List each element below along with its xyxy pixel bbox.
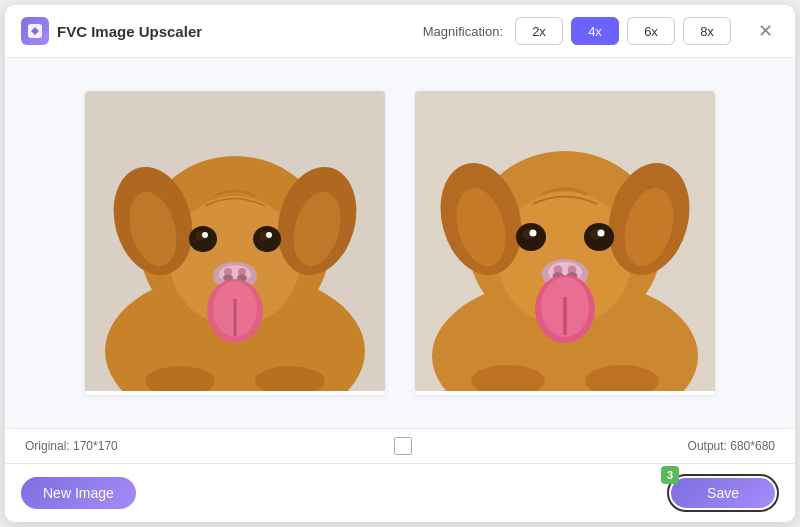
app-logo-icon <box>21 17 49 45</box>
footer: New Image 3 Save <box>5 463 795 522</box>
output-image <box>415 91 715 391</box>
content-area <box>5 58 795 428</box>
center-box-icon <box>394 437 412 455</box>
app-title: FVC Image Upscaler <box>57 23 202 40</box>
original-image-panel <box>85 91 385 395</box>
save-badge: 3 <box>661 466 679 484</box>
save-button[interactable]: Save <box>671 478 775 508</box>
save-area: 3 Save <box>667 474 779 512</box>
close-button[interactable]: ✕ <box>751 17 779 45</box>
mag-2x-button[interactable]: 2x <box>515 17 563 45</box>
svg-point-14 <box>266 232 272 238</box>
titlebar: FVC Image Upscaler Magnification: 2x 4x … <box>5 5 795 58</box>
magnification-label: Magnification: <box>423 24 503 39</box>
svg-point-39 <box>530 230 537 237</box>
mag-8x-button[interactable]: 8x <box>683 17 731 45</box>
save-btn-wrapper: Save <box>667 474 779 512</box>
svg-point-40 <box>598 230 605 237</box>
mag-6x-button[interactable]: 6x <box>627 17 675 45</box>
mag-4x-button[interactable]: 4x <box>571 17 619 45</box>
output-size-label: Output: 680*680 <box>688 439 775 453</box>
info-bar: Original: 170*170 Output: 680*680 <box>5 428 795 463</box>
magnification-area: Magnification: 2x 4x 6x 8x <box>423 17 731 45</box>
logo-area: FVC Image Upscaler <box>21 17 423 45</box>
original-size-label: Original: 170*170 <box>25 439 118 453</box>
app-window: FVC Image Upscaler Magnification: 2x 4x … <box>5 5 795 522</box>
new-image-button[interactable]: New Image <box>21 477 136 509</box>
original-image <box>85 91 385 391</box>
output-image-panel <box>415 91 715 395</box>
svg-point-13 <box>202 232 208 238</box>
